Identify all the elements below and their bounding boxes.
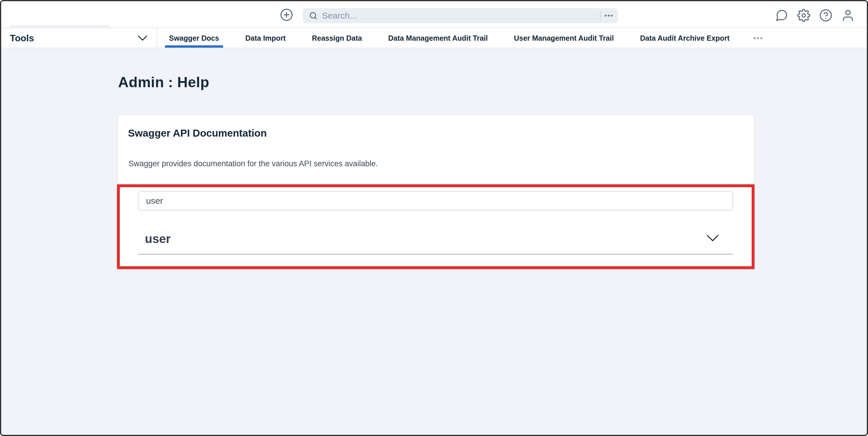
settings-gear-icon xyxy=(797,9,810,22)
header-action-icons xyxy=(775,8,855,23)
help-button[interactable] xyxy=(819,9,833,22)
tools-dropdown[interactable]: Tools xyxy=(1,29,157,48)
tab-reassign-data[interactable]: Reassign Data xyxy=(308,29,366,48)
chevron-down-icon xyxy=(137,35,148,41)
help-icon xyxy=(819,9,833,22)
chat-icon xyxy=(775,9,788,22)
tools-dropdown-label: Tools xyxy=(10,33,34,44)
card-description: Swagger provides documentation for the v… xyxy=(129,159,378,168)
plus-circle-icon xyxy=(280,8,293,22)
api-service-input[interactable] xyxy=(138,191,733,210)
card-heading: Swagger API Documentation xyxy=(128,127,267,139)
search-more-button[interactable]: ••• xyxy=(601,8,618,23)
profile-button[interactable] xyxy=(841,9,855,22)
tab-swagger-docs[interactable]: Swagger Docs xyxy=(165,29,223,48)
page-title-section: Admin xyxy=(118,74,164,90)
page-title: Admin:Help xyxy=(118,74,210,91)
tab-user-management-audit-trail[interactable]: User Management Audit Trail xyxy=(510,29,618,48)
app-window: ••• xyxy=(0,0,868,436)
profile-icon xyxy=(841,9,855,22)
tab-bar: Swagger Docs Data Import Reassign Data D… xyxy=(158,29,867,48)
main-content: Admin:Help Swagger API Documentation Swa… xyxy=(1,48,867,435)
global-search-bar: ••• xyxy=(303,8,618,23)
tab-data-import[interactable]: Data Import xyxy=(241,29,290,48)
settings-button[interactable] xyxy=(797,9,810,22)
api-service-accordion[interactable]: user xyxy=(138,224,733,255)
api-service-accordion-label: user xyxy=(145,232,171,246)
tab-data-management-audit-trail[interactable]: Data Management Audit Trail xyxy=(384,29,492,48)
chat-button[interactable] xyxy=(775,9,788,22)
search-icon xyxy=(309,11,318,20)
page-title-separator: : xyxy=(168,74,173,90)
chevron-down-icon[interactable] xyxy=(706,234,719,242)
search-input[interactable] xyxy=(322,11,600,21)
page-title-page: Help xyxy=(177,74,209,90)
add-button[interactable] xyxy=(279,7,294,22)
tab-overflow-button[interactable]: ••• xyxy=(752,34,765,42)
secondary-toolbar: Tools Swagger Docs Data Import Reassign … xyxy=(1,29,867,48)
tab-data-audit-archive-export[interactable]: Data Audit Archive Export xyxy=(636,29,734,48)
tools-menu-shadow xyxy=(10,25,110,28)
top-header: ••• xyxy=(1,1,867,28)
